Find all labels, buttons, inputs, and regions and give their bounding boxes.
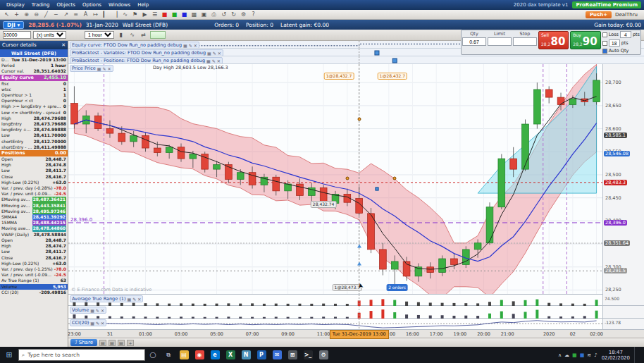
price-plot[interactable]: 28,396.0 Price Price ▦ ✎ ✕ Day High 28,6… (68, 64, 602, 295)
menu-objects[interactable]: Objects (54, 1, 79, 8)
cursor-tool-icon[interactable]: ↖ (2, 11, 11, 18)
file-explorer-icon[interactable]: ▤ (176, 348, 192, 362)
arrow-tool-icon[interactable]: ↦ (91, 11, 100, 18)
units-select[interactable]: (x) units (33, 31, 66, 39)
pane-cci[interactable]: CCI(20)▦✎✕-123.78 (68, 319, 644, 330)
strip-edit-icon[interactable]: ✎ (213, 51, 216, 56)
strip-settings-icon[interactable]: ▦ (206, 59, 211, 63)
equity-thumbnail[interactable] (150, 31, 166, 39)
cortana-icon[interactable]: ◯ (145, 348, 161, 362)
pane-close-icon[interactable]: ✕ (101, 321, 104, 326)
loss-pts-input[interactable] (620, 31, 631, 38)
auto-qty-checkbox[interactable] (602, 49, 607, 54)
menu-options[interactable]: Options (79, 1, 105, 8)
profit-checkbox[interactable] (602, 41, 607, 46)
zoom-in-icon[interactable]: ⊕ (22, 11, 31, 18)
buy-button[interactable]: Buy 28,2 90 (570, 31, 600, 49)
tray-chevron-up-icon[interactable]: ∧ (558, 352, 562, 358)
menu-trading[interactable]: Trading (28, 1, 54, 8)
menu-help[interactable]: Help (134, 1, 152, 8)
onedrive-icon[interactable]: ☁ (564, 352, 569, 358)
candlestick-chart-icon[interactable]: ▎ (101, 11, 110, 18)
menu-display[interactable]: Display (3, 1, 28, 8)
text-tool-icon[interactable]: A (81, 11, 90, 18)
position-count[interactable]: Position: 0 (246, 22, 273, 28)
edge-icon[interactable]: e (207, 348, 223, 362)
pane-close-icon[interactable]: ✕ (101, 308, 104, 313)
timeframe-select[interactable]: 1 hour (85, 31, 114, 39)
symbol-chip[interactable]: DJI ▾ (3, 21, 24, 29)
page-2-icon[interactable]: ▤ (109, 340, 116, 346)
taskbar-search[interactable]: ⌕ Type here to search (18, 349, 145, 361)
profit-pts-input[interactable] (609, 39, 620, 47)
pane-edit-icon[interactable]: ✎ (102, 66, 106, 71)
stop-input[interactable] (513, 37, 537, 46)
start-button[interactable]: ⊞ (0, 350, 18, 359)
blue-swatch-icon[interactable]: ■ (180, 11, 189, 18)
terminal-icon[interactable]: >_ (300, 348, 316, 362)
sell-button[interactable]: Sell 28,2 80 (538, 31, 569, 49)
help-icon[interactable]: ? (249, 11, 258, 18)
page-3-icon[interactable]: ▤ (118, 340, 125, 346)
strip-close-icon[interactable]: ✕ (218, 51, 221, 56)
notepad-icon[interactable]: N (238, 348, 254, 362)
price-axis[interactable]: 28,70028,65028,60028,55028,50028,45028,4… (602, 64, 644, 295)
pane-close-icon[interactable]: ✕ (137, 297, 141, 302)
add-page-icon[interactable]: + (127, 340, 134, 346)
alerts-icon[interactable]: ⚑ (130, 11, 140, 18)
pane-edit-icon[interactable]: ✎ (96, 321, 99, 326)
pane-settings-icon[interactable]: ▦ (128, 297, 132, 302)
settings-icon[interactable]: ⚙ (239, 11, 248, 18)
chart-style-icon[interactable]: ▮ (116, 31, 125, 39)
red-swatch-icon[interactable]: ■ (160, 11, 169, 18)
calculator-icon[interactable]: ⊞ (285, 348, 300, 362)
section-header-equity-curve[interactable]: Equity curve2,455.10 (0, 75, 68, 81)
green-status-icon[interactable]: ■ (572, 352, 577, 358)
quantity-input[interactable] (3, 31, 31, 39)
menu-windows[interactable]: Windows (105, 1, 134, 8)
strip-close-icon[interactable]: ✕ (194, 43, 197, 48)
strip-edit-icon[interactable]: ✎ (212, 59, 216, 63)
cursor-details-titlebar[interactable]: Cursor details ✕ (0, 41, 68, 49)
crosshair-tool-icon[interactable]: + (12, 11, 21, 18)
excel-icon[interactable]: X (223, 348, 238, 362)
chrome-icon[interactable]: ◉ (192, 348, 207, 362)
trendline-tool-icon[interactable]: ↗ (61, 11, 70, 18)
strip-settings-icon[interactable]: ▦ (183, 43, 187, 48)
pane-close-icon[interactable]: ✕ (107, 66, 111, 71)
template-name[interactable]: 2020 dax template v1 (514, 2, 569, 8)
pane-edit-icon[interactable]: ✎ (96, 308, 99, 313)
line-style-icon[interactable]: ∿ (128, 31, 137, 39)
push-button[interactable]: Push+ (586, 11, 612, 18)
hline-tool-icon[interactable]: ─ (51, 11, 61, 18)
bar-chart-icon[interactable]: ▕ (111, 11, 120, 18)
pane-edit-icon[interactable]: ✎ (132, 297, 136, 302)
settings-app-icon[interactable]: ⚙ (316, 348, 331, 362)
indicator-strip-2[interactable]: ProBacktest - Positions: FTOD Dow Run_no… (68, 56, 644, 64)
compare-icon[interactable]: ⇄ (139, 31, 148, 39)
prorealtime-icon[interactable]: P (254, 348, 269, 362)
zoom-out-icon[interactable]: ⊖ (32, 11, 41, 18)
pane-settings-icon[interactable]: ▦ (97, 66, 101, 71)
loss-checkbox[interactable] (602, 32, 607, 37)
green-swatch-icon[interactable]: ■ (170, 11, 179, 18)
system-tray[interactable]: ∧☁■■≋♪ (558, 352, 597, 358)
section-header-positions[interactable]: Positions0.00 (0, 150, 68, 156)
strip-settings-icon[interactable]: ▦ (207, 51, 211, 56)
notification-center-button[interactable] (634, 347, 644, 363)
indicators-icon[interactable]: ∿ (120, 11, 130, 18)
time-axis[interactable]: 23:003101:0003:0005:0007:0009:0011:00121… (68, 330, 644, 338)
task-view-icon[interactable]: ⧉ (161, 348, 176, 362)
line-tool-icon[interactable]: ╱ (42, 11, 51, 18)
close-icon[interactable]: ✕ (61, 42, 66, 48)
share-button[interactable]: ⤴ Share (70, 339, 97, 346)
fibonacci-tool-icon[interactable]: ≡ (71, 11, 80, 18)
network-icon[interactable]: ≋ (587, 352, 591, 358)
order-qty-input[interactable] (462, 37, 486, 46)
redo-icon[interactable]: ↻ (229, 11, 238, 18)
undo-icon[interactable]: ↺ (219, 11, 228, 18)
print-icon[interactable]: ⎙ (209, 11, 218, 18)
camera-icon[interactable]: ▣ (199, 11, 209, 18)
page-1-icon[interactable]: ▤ (99, 340, 106, 346)
pane-settings-icon[interactable]: ▦ (90, 308, 94, 313)
